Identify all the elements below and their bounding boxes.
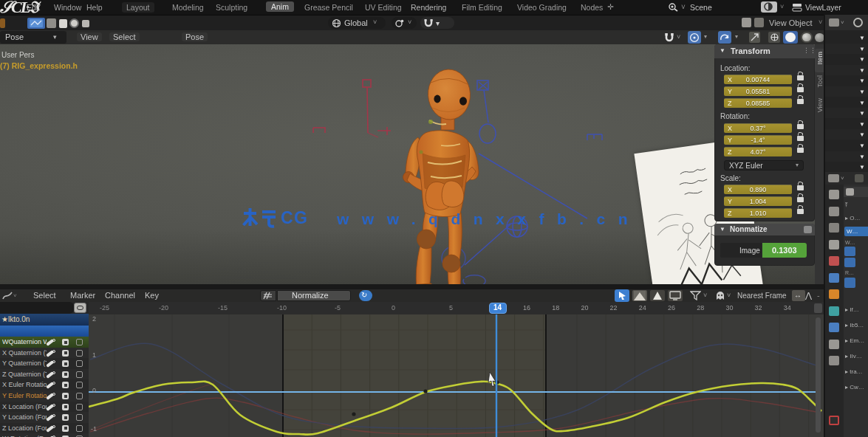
svg-text:CG: CG [281,208,309,227]
